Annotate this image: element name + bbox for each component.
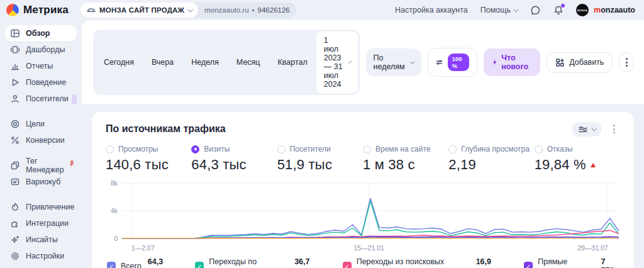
brand-name: Метрика [23,4,69,16]
chart-legend: Всего 64,3 тыс Переходы по рекламе 36,7 … [106,257,620,268]
chat-button[interactable] [530,5,541,16]
help-label: Помощь [480,6,511,14]
radio-selected-icon[interactable] [191,145,199,154]
chevron-down-icon [591,126,596,131]
metric-depth[interactable]: Глубина просмотра 2,19 [448,145,534,173]
site-meta: monzaauto.ru • 94626126 [198,6,296,14]
sliders-icon [436,58,443,67]
metric-bounce-rate[interactable]: Отказы 19,84 % [535,145,620,173]
notification-dot [561,4,565,8]
site-selector-dropdown[interactable]: МОНЗА САЙТ ПРОДАЖ [80,3,198,18]
site-switcher: МОНЗА САЙТ ПРОДАЖ monzaauto.ru • 9462612… [80,3,296,18]
period-yesterday-button[interactable]: Вчера [143,53,182,71]
legend-item-direct-traffic[interactable]: Прямые заходы 7 776 [524,257,620,268]
metrika-brand[interactable]: Метрика [6,4,80,16]
sidebar-item-variocube[interactable]: Вариокуб [5,174,77,190]
account-settings-link[interactable]: Настройка аккаунта [395,6,468,14]
sidebar-item-tag-manager[interactable]: Тег Менеджер β [5,157,77,174]
site-name: МОНЗА САЙТ ПРОДАЖ [99,6,184,14]
period-today-button[interactable]: Сегодня [95,53,143,71]
sidebar-item-goals[interactable]: Цели [5,116,77,132]
chart-type-selector[interactable] [572,122,601,137]
chevron-down-icon [513,7,518,12]
dashboards-icon [10,45,20,55]
radio-icon[interactable] [106,145,114,154]
x-axis: 1—2.0715—21.0129—31.07 [122,242,619,252]
card-kebab-button[interactable] [608,121,620,137]
checkbox-checked-icon[interactable] [107,262,116,268]
y-axis: 04k8k [106,179,122,242]
legend-item-search-traffic[interactable]: Переходы из поисковых систем 16,9 тыс [343,257,508,268]
user-avatar[interactable]: MONZA [576,4,589,16]
chat-bubble-icon [530,5,541,16]
sidebar-item-dashboards[interactable]: Дашборды [5,42,77,58]
site-domain[interactable]: monzaauto.ru [204,6,248,14]
behavior-icon [10,77,20,87]
sidebar-item-attraction[interactable]: Привлечение [5,199,77,215]
whats-new-button[interactable]: Что нового [484,48,541,76]
checkbox-checked-icon[interactable] [195,262,204,268]
attraction-flame-icon [10,202,20,212]
sidebar-item-behavior[interactable]: Поведение [5,74,77,91]
chevron-down-icon [348,60,352,64]
sidebar-item-integrations[interactable]: Интеграции [5,215,77,232]
granularity-dropdown[interactable]: По неделям [366,48,421,76]
add-widget-button[interactable]: Добавить [547,52,613,73]
date-range-picker[interactable]: 1 июл 2023 — 31 июл 2024 [316,31,358,93]
chevron-down-icon [188,7,193,12]
sidebar-item-visitors[interactable]: Посетители [5,91,77,107]
goals-icon [10,119,20,129]
sidebar-item-reports[interactable]: Отчеты [5,58,77,74]
topbar-right: Настройка аккаунта Помощь MONZA monzaaut… [395,4,635,16]
sidebar-item-overview[interactable]: Обзор [5,25,77,42]
period-week-button[interactable]: Неделя [182,53,228,71]
integrations-puzzle-icon [10,218,20,228]
sidebar-item-insights[interactable]: Инсайты [5,232,77,248]
widget-add-icon [555,58,565,67]
chart-type-icon [578,125,588,133]
period-quarter-button[interactable]: Квартал [269,53,316,71]
lightning-icon [492,58,497,67]
traffic-chart-svg[interactable] [122,179,619,242]
variocube-icon [10,177,20,187]
metric-users[interactable]: Посетители 51,9 тыс [277,145,363,173]
car-icon [87,7,96,13]
kebab-menu-icon [626,58,628,67]
period-month-button[interactable]: Месяц [228,53,269,71]
visitors-icon [10,94,20,104]
content-area: По источникам трафика Просмотры [82,104,644,268]
sampling-badge: 100 % [448,53,469,71]
radio-icon[interactable] [277,145,286,154]
dot-separator: • [252,6,255,14]
checkbox-checked-icon[interactable] [524,262,533,268]
radio-icon[interactable] [535,145,543,154]
metrika-logo-icon [6,4,19,16]
kebab-menu-icon [613,125,615,133]
metric-visits[interactable]: Визиты 64,3 тыс [191,145,277,173]
legend-item-ad-traffic[interactable]: Переходы по рекламе 36,7 тыс [195,257,326,268]
trend-up-icon [591,163,596,167]
reports-icon [10,61,20,71]
settings-gear-icon [10,251,20,261]
traffic-chart: 04k8k [106,179,620,242]
checkbox-checked-icon[interactable] [343,262,352,268]
toolbar: Сегодня Вчера Неделя Месяц Квартал 1 июл… [82,20,644,104]
radio-icon[interactable] [448,145,457,154]
conversions-icon [10,135,20,145]
tag-manager-icon [10,160,20,170]
legend-item-total[interactable]: Всего 64,3 тыс [107,257,179,268]
sampling-button[interactable]: 100 % [428,48,477,77]
username[interactable]: monzaauto [594,6,635,14]
metric-tabs: Просмотры 140,6 тыс Визиты 64,3 тыс Посе… [106,145,620,173]
metric-pageviews[interactable]: Просмотры 140,6 тыс [106,145,191,173]
help-menu[interactable]: Помощь [480,6,518,14]
chevron-down-icon [410,60,415,65]
sidebar-item-conversions[interactable]: Конверсии [5,132,77,148]
sidebar-item-settings[interactable]: Настройки [5,248,77,264]
toolbar-kebab-button[interactable] [619,52,634,72]
metric-time-on-site[interactable]: Время на сайте 1 м 38 с [363,145,448,173]
notifications-button[interactable] [553,5,564,16]
period-selector: Сегодня Вчера Неделя Месяц Квартал 1 июл… [93,30,360,95]
radio-icon[interactable] [363,145,371,154]
insights-sparkle-icon [10,235,20,245]
